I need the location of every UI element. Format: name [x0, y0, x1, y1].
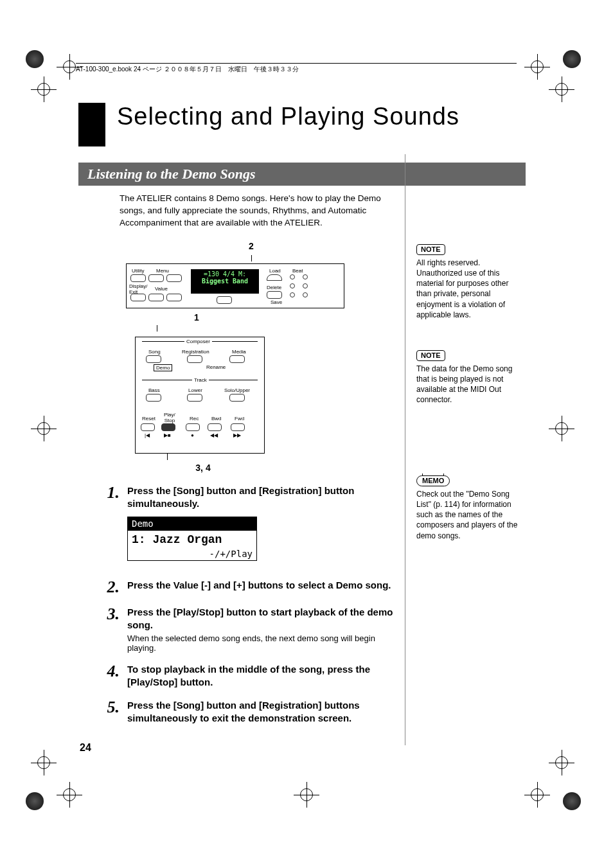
- step-num: 3.: [86, 606, 127, 623]
- steps-list: 1. Press the [Song] button and [Registra…: [120, 484, 402, 725]
- memo-text: Check out the "Demo Song List" (p. 114) …: [416, 489, 519, 541]
- callout-34: 3, 4: [62, 463, 344, 473]
- note-text: All rights reserved. Unauthorized use of…: [416, 258, 519, 320]
- main-column: The ATELIER contains 8 Demo songs. Here'…: [120, 193, 402, 736]
- reg-mark-cross: [60, 786, 78, 804]
- intro-text: The ATELIER contains 8 Demo songs. Here'…: [120, 193, 402, 229]
- step-4: 4. To stop playback in the middle of the…: [120, 663, 402, 689]
- led: [303, 274, 308, 279]
- step-num: 5.: [86, 699, 127, 716]
- btn: [217, 296, 232, 304]
- btn: [146, 394, 161, 402]
- btn: [186, 423, 200, 431]
- lcd-demo-header: Demo: [128, 517, 256, 530]
- step-1: 1. Press the [Song] button and [Registra…: [120, 484, 402, 562]
- btn: [148, 294, 164, 301]
- chapter-marker: [78, 103, 105, 146]
- label-registration: Registration: [182, 349, 209, 355]
- label-reset: Reset: [142, 416, 155, 421]
- btn: [187, 394, 202, 402]
- reg-mark-cross: [35, 754, 53, 772]
- label-lower: Lower: [188, 387, 202, 393]
- btn: [148, 274, 164, 282]
- btn: [146, 355, 161, 363]
- step-heading: To stop playback in the middle of the so…: [127, 663, 402, 689]
- step-num: 1.: [86, 484, 127, 501]
- label-beat: Beat: [292, 268, 303, 274]
- callout-2: 2: [158, 241, 344, 251]
- step-num: 4.: [86, 663, 127, 680]
- label-rec: Rec: [190, 416, 199, 421]
- btn: [208, 423, 222, 431]
- label-utility: Utility: [132, 268, 145, 274]
- memo-label: MEMO: [416, 475, 450, 486]
- btn: [166, 294, 182, 301]
- lcd-demo-line: 1: Jazz Organ: [128, 530, 256, 549]
- label-menu: Menu: [156, 268, 169, 274]
- sidebar-note-1: NOTE All rights reserved. Unauthorized u…: [416, 244, 519, 320]
- btn: [130, 274, 146, 282]
- label-rename: Rename: [206, 364, 226, 370]
- label-bwd: Bwd: [211, 416, 222, 421]
- running-header: AT-100-300_e.book 24 ページ ２００８年５月７日 水曜日 午…: [76, 63, 517, 74]
- lcd-demo-footer: -/+/Play: [128, 549, 256, 560]
- reg-mark-cross: [35, 80, 53, 98]
- lcd-line2: Biggest Band: [191, 278, 259, 285]
- reg-mark-cross: [35, 420, 53, 438]
- note-text: The data for the Demo song that is being…: [416, 364, 519, 405]
- section-title: Listening to the Demo Songs: [78, 163, 526, 186]
- reg-mark-cross: [553, 754, 571, 772]
- btn: [130, 294, 146, 301]
- step-heading: Press the Value [-] and [+] buttons to s…: [127, 579, 402, 592]
- note-label: NOTE: [416, 244, 445, 255]
- reg-mark-cross: [298, 786, 315, 804]
- label-track: Track: [192, 377, 209, 383]
- btn: [231, 423, 245, 431]
- panel-top-box: Utility Menu Display/ Exit Value =130 4/…: [126, 263, 344, 308]
- page-number: 24: [80, 742, 91, 754]
- label-play-stop: Play/ Stop: [164, 412, 175, 423]
- column-divider: [405, 154, 405, 745]
- step-heading: Press the [Play/Stop] button to start pl…: [127, 606, 402, 632]
- btn: [267, 291, 282, 299]
- sidebar-memo: MEMO Check out the "Demo Song List" (p. …: [416, 475, 519, 541]
- step-subtext: When the selected demo song ends, the ne…: [127, 633, 402, 653]
- label-delete: Delete: [267, 285, 281, 290]
- lcd-line1: =130 4/4 M:: [191, 270, 259, 278]
- led: [290, 274, 295, 279]
- reg-mark: [26, 792, 44, 810]
- step-3: 3. Press the [Play/Stop] button to start…: [120, 606, 402, 653]
- step-2: 2. Press the Value [-] and [+] buttons t…: [120, 579, 402, 596]
- reg-mark: [563, 792, 581, 810]
- step-heading: Press the [Song] button and [Registratio…: [127, 484, 402, 511]
- label-load: Load: [269, 268, 281, 274]
- reg-mark: [26, 50, 44, 68]
- lcd-demo: Demo 1: Jazz Organ -/+/Play: [127, 517, 257, 561]
- label-media: Media: [232, 349, 246, 355]
- panel-figure: 2 Utility Menu Display/ Exit Value =130 …: [126, 241, 344, 473]
- btn: [161, 423, 175, 431]
- btn: [187, 355, 202, 363]
- step-5: 5. Press the [Song] button and [Registra…: [120, 699, 402, 725]
- label-song: Song: [148, 349, 161, 355]
- chapter-title: Selecting and Playing Sounds: [117, 103, 459, 130]
- btn: [267, 274, 282, 281]
- label-display-exit: Display/ Exit: [129, 283, 147, 295]
- reg-mark-cross: [528, 786, 546, 804]
- note-label: NOTE: [416, 350, 445, 361]
- reg-mark-cross: [528, 58, 546, 76]
- sidebar-note-2: NOTE The data for the Demo song that is …: [416, 350, 519, 405]
- lcd-panel: =130 4/4 M: Biggest Band: [191, 269, 259, 294]
- btn: [229, 394, 245, 402]
- btn: [229, 355, 245, 363]
- led: [290, 292, 295, 297]
- label-save: Save: [271, 299, 282, 305]
- reg-mark-cross: [553, 420, 571, 438]
- label-solo-upper: Solo/Upper: [224, 387, 250, 393]
- label-fwd: Fwd: [235, 416, 244, 421]
- btn: [166, 274, 182, 282]
- label-bass: Bass: [148, 387, 160, 393]
- led: [290, 283, 295, 288]
- label-demo: Demo: [154, 364, 172, 371]
- btn: [141, 423, 155, 431]
